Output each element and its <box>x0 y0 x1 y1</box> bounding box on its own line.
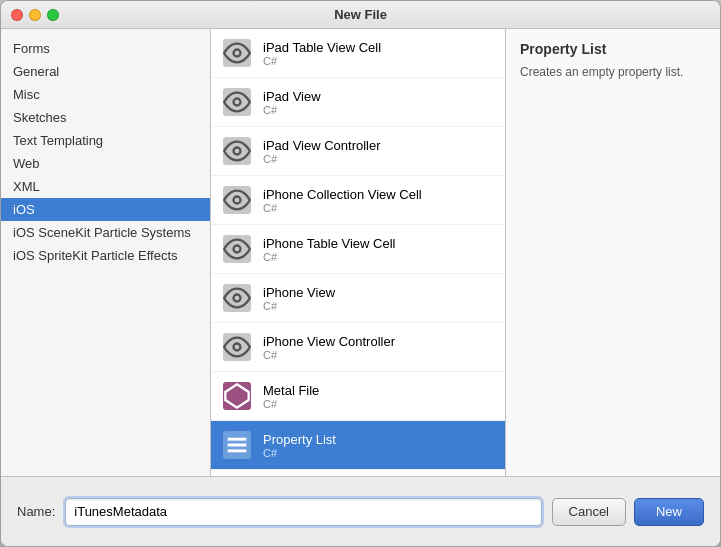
file-subtitle: C# <box>263 398 319 410</box>
file-info: Metal FileC# <box>263 383 319 410</box>
file-title: iPhone Table View Cell <box>263 236 396 251</box>
name-input[interactable] <box>65 498 541 526</box>
cancel-button[interactable]: Cancel <box>552 498 626 526</box>
traffic-lights <box>11 9 59 21</box>
sidebar-item-misc[interactable]: Misc <box>1 83 210 106</box>
svg-point-1 <box>234 99 241 106</box>
svg-marker-7 <box>225 384 248 407</box>
file-subtitle: C# <box>263 349 395 361</box>
file-title: iPhone View <box>263 285 335 300</box>
titlebar: New File <box>1 1 720 29</box>
sidebar-item-ios-spritekit[interactable]: iOS SpriteKit Particle Effects <box>1 244 210 267</box>
svg-point-2 <box>234 148 241 155</box>
file-item-ipad-table-view-cell[interactable]: iPad Table View CellC# <box>211 29 505 78</box>
sidebar-item-forms[interactable]: Forms <box>1 37 210 60</box>
list-icon <box>221 429 253 461</box>
eye-icon <box>221 233 253 265</box>
file-title: iPhone Collection View Cell <box>263 187 422 202</box>
sidebar-item-text-templating[interactable]: Text Templating <box>1 129 210 152</box>
sidebar-item-sketches[interactable]: Sketches <box>1 106 210 129</box>
new-file-dialog: New File FormsGeneralMiscSketchesText Te… <box>0 0 721 547</box>
file-info: iPhone Table View CellC# <box>263 236 396 263</box>
file-title: iPhone View Controller <box>263 334 395 349</box>
new-button[interactable]: New <box>634 498 704 526</box>
window-title: New File <box>334 7 387 22</box>
file-title: iPad View Controller <box>263 138 381 153</box>
file-title: iPad Table View Cell <box>263 40 381 55</box>
file-info: iPhone Collection View CellC# <box>263 187 422 214</box>
eye-icon <box>221 184 253 216</box>
eye-icon <box>221 282 253 314</box>
file-item-iphone-view[interactable]: iPhone ViewC# <box>211 274 505 323</box>
eye-icon <box>221 86 253 118</box>
detail-title: Property List <box>520 41 706 57</box>
file-item-property-list[interactable]: Property ListC# <box>211 421 505 470</box>
file-item-ipad-view-controller[interactable]: iPad View ControllerC# <box>211 127 505 176</box>
file-info: Property ListC# <box>263 432 336 459</box>
svg-point-4 <box>234 246 241 253</box>
file-subtitle: C# <box>263 251 396 263</box>
file-info: iPhone ViewC# <box>263 285 335 312</box>
sidebar-item-general[interactable]: General <box>1 60 210 83</box>
maximize-button[interactable] <box>47 9 59 21</box>
bottom-bar: Name: Cancel New <box>1 476 720 546</box>
metal-icon <box>221 380 253 412</box>
file-item-metal-file[interactable]: Metal FileC# <box>211 372 505 421</box>
file-title: iPad View <box>263 89 321 104</box>
file-item-ipad-view[interactable]: iPad ViewC# <box>211 78 505 127</box>
sidebar-item-ios-scenekit[interactable]: iOS SceneKit Particle Systems <box>1 221 210 244</box>
file-list: iPad Table View CellC# iPad ViewC# iPad … <box>211 29 506 476</box>
sidebar-item-ios[interactable]: iOS <box>1 198 210 221</box>
eye-icon <box>221 135 253 167</box>
button-row: Cancel New <box>552 498 704 526</box>
svg-point-5 <box>234 295 241 302</box>
file-info: iPad View ControllerC# <box>263 138 381 165</box>
file-item-iphone-collection-view-cell[interactable]: iPhone Collection View CellC# <box>211 176 505 225</box>
svg-point-6 <box>234 344 241 351</box>
eye-icon <box>221 37 253 69</box>
content-area: FormsGeneralMiscSketchesText TemplatingW… <box>1 29 720 476</box>
sidebar: FormsGeneralMiscSketchesText TemplatingW… <box>1 29 211 476</box>
file-subtitle: C# <box>263 55 381 67</box>
file-info: iPad ViewC# <box>263 89 321 116</box>
file-title: Property List <box>263 432 336 447</box>
file-subtitle: C# <box>263 153 381 165</box>
file-item-iphone-table-view-cell[interactable]: iPhone Table View CellC# <box>211 225 505 274</box>
svg-point-0 <box>234 50 241 57</box>
eye-icon <box>221 331 253 363</box>
file-info: iPhone View ControllerC# <box>263 334 395 361</box>
close-button[interactable] <box>11 9 23 21</box>
svg-point-3 <box>234 197 241 204</box>
file-info: iPad Table View CellC# <box>263 40 381 67</box>
detail-panel: Property List Creates an empty property … <box>506 29 720 476</box>
sidebar-item-web[interactable]: Web <box>1 152 210 175</box>
file-item-iphone-view-controller[interactable]: iPhone View ControllerC# <box>211 323 505 372</box>
file-title: Metal File <box>263 383 319 398</box>
detail-description: Creates an empty property list. <box>520 63 706 81</box>
file-subtitle: C# <box>263 202 422 214</box>
sidebar-item-xml[interactable]: XML <box>1 175 210 198</box>
file-subtitle: C# <box>263 300 335 312</box>
minimize-button[interactable] <box>29 9 41 21</box>
name-label: Name: <box>17 504 55 519</box>
file-subtitle: C# <box>263 447 336 459</box>
file-subtitle: C# <box>263 104 321 116</box>
